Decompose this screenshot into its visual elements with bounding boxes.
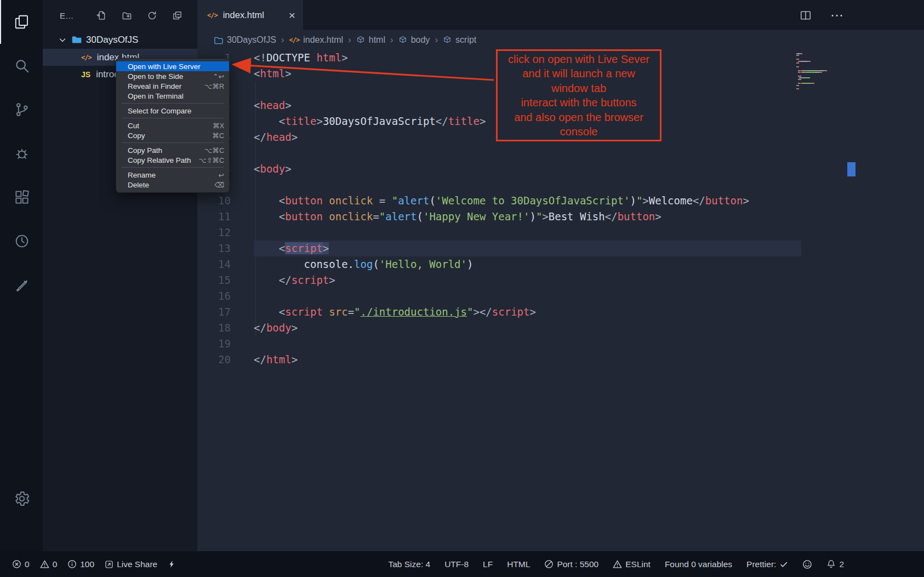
menu-item-open-in-terminal[interactable]: Open in Terminal [116, 91, 229, 101]
menu-item-shortcut: ⌫ [214, 181, 224, 189]
tree-root-folder[interactable]: 30DaysOfJS [43, 31, 197, 49]
activity-manage-settings[interactable] [0, 477, 43, 521]
line-content: <html> [254, 66, 292, 82]
status-label: Port : 5500 [557, 559, 598, 569]
line-content: <head> [254, 98, 292, 113]
status-label: 100 [80, 559, 94, 569]
menu-item-label: Open in Terminal [128, 92, 224, 100]
more-actions-icon[interactable]: ⋯ [830, 8, 844, 23]
new-file-icon[interactable] [96, 10, 107, 21]
new-folder-icon[interactable] [122, 10, 132, 21]
status-encoding[interactable]: UTF-8 [444, 559, 469, 569]
minimap-line [796, 57, 847, 58]
menu-item-label: Copy Path [128, 146, 204, 155]
status-tab-size[interactable]: Tab Size: 4 [388, 559, 430, 569]
activity-run-and-debug[interactable] [0, 132, 43, 175]
close-tab-icon[interactable]: × [289, 9, 295, 21]
root-folder-label: 30DaysOfJS [86, 35, 138, 45]
status-problems-errors[interactable]: 0 [12, 559, 30, 569]
breadcrumb-html[interactable]: html [356, 35, 385, 45]
code-line-17: 17 <script src="./introduction.js"></scr… [197, 304, 924, 320]
minimap-line [796, 61, 847, 62]
line-content: <!DOCTYPE html> [254, 50, 348, 66]
activity-timeline[interactable] [0, 219, 43, 263]
menu-item-rename[interactable]: Rename↩ [116, 170, 229, 180]
activity-extensions[interactable] [0, 175, 43, 219]
line-content: </body> [254, 320, 298, 336]
line-number: 14 [197, 256, 231, 272]
status-feedback-smiley[interactable] [802, 559, 812, 569]
breadcrumb-script[interactable]: script [443, 35, 476, 45]
menu-item-select-for-compare[interactable]: Select for Compare [116, 106, 229, 116]
menu-item-label: Cut [128, 122, 213, 130]
menu-item-label: Reveal in Finder [128, 82, 204, 90]
tab-bar: </> index.html × ⋯ [197, 0, 924, 30]
menu-item-cut[interactable]: Cut⌘X [116, 121, 229, 130]
explorer-toolbar [96, 10, 182, 21]
breadcrumb-index-html[interactable]: </>index.html [289, 35, 343, 45]
search-icon [14, 58, 30, 74]
status-prettier[interactable]: Prettier: [746, 559, 788, 569]
status-label: 0 [25, 559, 30, 569]
minimap-line [796, 68, 847, 69]
menu-item-reveal-in-finder[interactable]: Reveal in Finder⌥⌘R [116, 81, 229, 91]
refresh-icon[interactable] [147, 10, 157, 21]
activity-bar-bottom [0, 477, 43, 521]
breadcrumb-30daysofjs[interactable]: 30DaysOfJS [214, 35, 276, 45]
status-notifications[interactable]: 2 [826, 559, 844, 569]
menu-item-shortcut: ⌘C [212, 132, 224, 140]
activity-source-control[interactable] [0, 88, 43, 132]
menu-item-copy[interactable]: Copy⌘C [116, 130, 229, 140]
collapse-all-icon[interactable] [172, 10, 182, 21]
activity-bar-top [0, 0, 43, 307]
minimap-line [796, 81, 847, 82]
minimap[interactable] [796, 53, 847, 90]
code-line-10: 10 <button onclick = "alert('Welcome to … [197, 193, 924, 209]
menu-item-copy-path[interactable]: Copy Path⌥⌘C [116, 145, 229, 155]
menu-item-shortcut: ⌥⌘C [204, 146, 224, 155]
menu-item-shortcut: ↩ [219, 171, 224, 179]
html-file-icon: </> [289, 36, 299, 44]
menu-item-open-with-live-server[interactable]: Open with Live Server [116, 61, 229, 71]
html-file-icon: </> [207, 12, 218, 19]
activity-annotate[interactable] [0, 263, 43, 307]
line-content: </html> [254, 352, 298, 368]
line-content: <body> [254, 161, 292, 177]
line-number: 11 [197, 209, 231, 225]
breadcrumb-separator-icon: › [348, 35, 351, 45]
line-content: <button onclick = "alert('Welcome to 30D… [254, 193, 749, 209]
menu-item-open-to-the-side[interactable]: Open to the Side⌃↩ [116, 71, 229, 81]
status-quick-action[interactable] [168, 560, 176, 568]
tab-label: index.html [223, 10, 283, 20]
breadcrumb-body[interactable]: body [398, 35, 430, 45]
line-number: 13 [197, 241, 231, 256]
code-line-12: 12 [197, 225, 924, 241]
status-language-mode[interactable]: HTML [507, 559, 530, 569]
status-eslint[interactable]: ESLint [613, 559, 651, 569]
status-problems-info[interactable]: 100 [67, 559, 94, 569]
activity-explorer[interactable] [0, 0, 43, 44]
status-live-server-port[interactable]: Port : 5500 [544, 559, 598, 569]
breadcrumb-separator-icon: › [435, 35, 438, 45]
line-number: 17 [197, 304, 231, 320]
menu-item-delete[interactable]: Delete⌫ [116, 180, 229, 190]
minimap-line [796, 55, 847, 56]
minimap-line [796, 64, 847, 65]
status-problems-warnings[interactable]: 0 [40, 559, 58, 569]
minimap-line [796, 77, 847, 78]
menu-item-shortcut: ⌥⇧⌘C [199, 156, 224, 164]
code-line-18: 18</body> [197, 320, 924, 336]
breadcrumb-separator-icon: › [390, 35, 393, 45]
activity-search[interactable] [0, 44, 43, 88]
code-line-15: 15 </script> [197, 272, 924, 288]
minimap-line [796, 66, 847, 67]
tab-index-html[interactable]: </> index.html × [197, 0, 303, 30]
warning-icon [613, 559, 622, 569]
status-live-share[interactable]: Live Share [105, 559, 157, 569]
breadcrumb: 30DaysOfJS›</>index.html›html›body›scrip… [197, 30, 924, 50]
status-found-variables[interactable]: Found 0 variables [665, 559, 732, 569]
status-end-of-line[interactable]: LF [483, 559, 493, 569]
menu-item-copy-relative-path[interactable]: Copy Relative Path⌥⇧⌘C [116, 155, 229, 165]
split-editor-icon[interactable] [800, 9, 812, 21]
status-label: Prettier: [746, 559, 776, 569]
